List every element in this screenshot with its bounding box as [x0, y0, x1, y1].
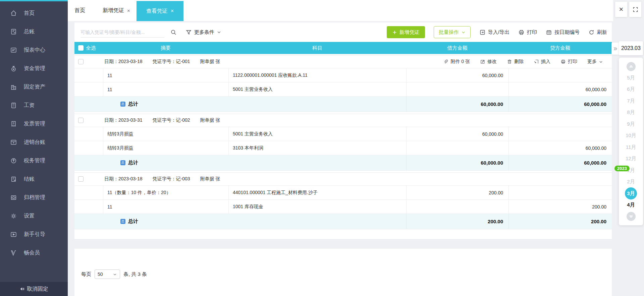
group-checkbox[interactable] [78, 59, 84, 64]
print-button[interactable]: 打印 [518, 29, 537, 36]
window-close-button[interactable]: × [615, 2, 627, 17]
group-checkbox[interactable] [78, 118, 84, 123]
app-root: 首页 总账 报表中心 资金管理 固定资产 工资 [0, 0, 644, 296]
column-header-summary[interactable]: 摘要 [103, 45, 228, 51]
double-chevron-up-icon [629, 64, 634, 69]
month-item[interactable]: 4月 [619, 199, 643, 211]
sidebar-item-closing[interactable]: 结账 [0, 170, 68, 188]
month-item[interactable]: 9月 [619, 118, 643, 130]
pagination: 每页 50 条, 共 3 条 [81, 270, 147, 279]
more-filters-button[interactable]: 更多条件 [185, 29, 221, 36]
sum-debit: 60,000.00 [406, 97, 508, 112]
voucher-entry-row[interactable]: 11 1122.000001.000001 应收账款.A.11 60,000.0… [74, 68, 612, 82]
sidebar-item-label: 畅会员 [24, 249, 40, 256]
print-label: 打印 [527, 29, 537, 36]
insert-button[interactable]: 插入 [534, 59, 550, 65]
sidebar-item-funds[interactable]: 资金管理 [0, 59, 68, 78]
sidebar-item-label: 工资 [24, 102, 35, 109]
month-item[interactable]: 2月 [619, 176, 643, 188]
column-header-debit[interactable]: 借方金额 [406, 45, 508, 51]
sidebar-item-label: 发票管理 [24, 120, 45, 127]
add-voucher-button[interactable]: 新增凭证 [387, 26, 425, 38]
month-item[interactable]: 7月 [619, 95, 643, 107]
sidebar-item-settings[interactable]: 设置 [0, 207, 68, 225]
import-export-label: 导入/导出 [488, 29, 509, 36]
voucher-entry-row[interactable]: 11 1001 库存现金 200.00 [74, 199, 612, 214]
sidebar-item-member[interactable]: 畅会员 [0, 244, 68, 262]
sidebar-nav: 首页 总账 报表中心 资金管理 固定资产 工资 [0, 1, 68, 262]
month-item[interactable]: 11月 [619, 141, 643, 153]
sum-credit: 60,000.00 [508, 97, 612, 112]
sidebar-item-invoice[interactable]: 发票管理 [0, 115, 68, 133]
sum-credit: 60,000.00 [508, 155, 612, 170]
scroll-up-button[interactable] [627, 62, 636, 71]
tab-new-voucher[interactable]: 新增凭证 × [103, 0, 130, 21]
scroll-down-button[interactable] [627, 212, 636, 221]
voucher-entry-row[interactable]: 11（数量：10 件，单价：20） 440101.000001 工程施工_材料费… [74, 185, 612, 199]
add-voucher-label: 新增凭证 [399, 29, 420, 36]
sidebar-item-general-ledger[interactable]: 总账 [0, 22, 68, 41]
window-fullscreen-button[interactable] [629, 2, 641, 17]
sidebar-item-purchase-sales[interactable]: 进销台账 [0, 133, 68, 152]
sidebar-item-tax[interactable]: 税务管理 [0, 152, 68, 170]
sidebar-item-payroll[interactable]: 工资 [0, 96, 68, 115]
sidebar-item-report-center[interactable]: 报表中心 [0, 41, 68, 59]
voucher-entry-row[interactable]: 结转3月损益 5001 主营业务收入 60,000.00 [74, 127, 612, 141]
entry-credit [508, 68, 612, 82]
double-chevron-right-icon [613, 46, 618, 51]
tab-home[interactable]: 首页 [74, 0, 85, 21]
select-all-label: 全选 [86, 45, 96, 51]
month-item[interactable]: 10月 [619, 130, 643, 142]
sum-debit: 200.00 [406, 214, 508, 229]
tab-strip: 首页 新增凭证 × 查看凭证 × × [68, 0, 644, 21]
table-header: 全选 摘要 科目 借方金额 贷方金额 [74, 42, 612, 54]
sidebar-item-guide[interactable]: 新手引导 [0, 225, 68, 244]
month-item[interactable]: 6月 [619, 84, 643, 96]
month-item[interactable]: 5月 [619, 72, 643, 84]
select-all-checkbox[interactable] [78, 45, 84, 51]
voucher-entry-row[interactable]: 11 5001 主营业务收入 60,000.00 [74, 82, 612, 96]
sidebar-item-label: 报表中心 [24, 47, 45, 54]
attachment-label: 附件 0 张 [450, 59, 470, 65]
plus-icon [392, 30, 397, 35]
column-header-credit[interactable]: 贷方金额 [508, 45, 612, 51]
print-row-button[interactable]: 打印 [560, 59, 577, 65]
edit-button[interactable]: 修改 [480, 59, 497, 65]
search-field-wrap [80, 27, 164, 38]
more-actions-button[interactable]: 更多 [587, 59, 603, 65]
sidebar-item-home[interactable]: 首页 [0, 4, 68, 22]
voucher-entry-row[interactable]: 结转3月损益 3103 本年利润 60,000.00 [74, 141, 612, 155]
number-by-date-button[interactable]: 按日期编号 [546, 29, 580, 36]
voucher-number: 凭证字号：记-001 [153, 59, 190, 65]
entry-summary: 11 [103, 82, 228, 96]
window-controls: × [613, 0, 644, 21]
voucher-list-card: 更多条件 新增凭证 批量操作 导入/导出 打印 [74, 22, 612, 239]
delete-button[interactable]: 删除 [507, 59, 524, 65]
print-row-label: 打印 [568, 59, 577, 65]
tab-close-icon[interactable]: × [127, 8, 130, 13]
entry-summary: 结转3月损益 [103, 127, 228, 141]
month-item[interactable]: 12月 [619, 153, 643, 165]
tab-close-icon[interactable]: × [171, 8, 174, 14]
column-header-subject[interactable]: 科目 [228, 45, 406, 51]
toolbar: 更多条件 新增凭证 批量操作 导入/导出 打印 [74, 22, 612, 42]
sum-label: 总计 [128, 160, 138, 166]
batch-operations-button[interactable]: 批量操作 [434, 26, 471, 38]
attachment-button[interactable]: 附件 0 张 [443, 59, 470, 65]
refresh-button[interactable]: 刷新 [588, 29, 607, 36]
month-item[interactable]: 8月 [619, 107, 643, 119]
sidebar-item-fixed-assets[interactable]: 固定资产 [0, 78, 68, 96]
refresh-icon [588, 29, 595, 36]
per-page-select[interactable]: 50 [95, 270, 120, 279]
fullscreen-icon [633, 7, 638, 12]
panel-collapse-button[interactable] [611, 43, 619, 55]
sidebar-unpin-button[interactable]: 取消固定 [0, 282, 68, 296]
search-icon[interactable] [170, 29, 177, 36]
group-checkbox[interactable] [78, 176, 84, 182]
entry-subject: 1122.000001.000001 应收账款.A.11 [228, 68, 406, 82]
tab-view-voucher[interactable]: 查看凭证 × [137, 1, 183, 21]
search-input[interactable] [80, 29, 164, 35]
month-item-active[interactable]: 3月 [619, 188, 643, 199]
import-export-button[interactable]: 导入/导出 [479, 29, 509, 36]
sidebar-item-archive[interactable]: 归档管理 [0, 188, 68, 207]
